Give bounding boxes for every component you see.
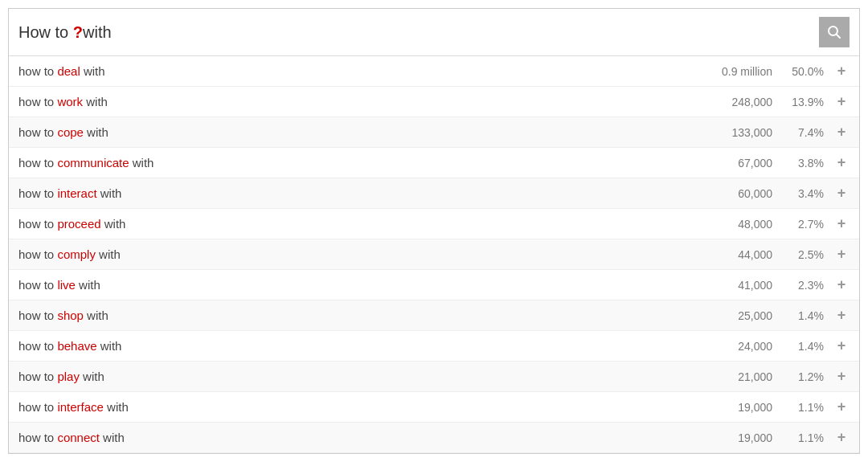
keyword: comply (57, 247, 96, 261)
keyword: interface (57, 400, 104, 414)
result-percent: 1.1% (785, 401, 833, 414)
result-percent: 2.5% (785, 248, 833, 261)
table-row: how to connect with19,0001.1%+ (9, 423, 859, 453)
result-count: 24,000 (689, 340, 785, 353)
result-percent: 50.0% (785, 65, 833, 78)
table-row: how to deal with0.9 million50.0%+ (9, 56, 859, 87)
keyword: interact (57, 186, 96, 200)
result-text: how to deal with (18, 64, 689, 78)
result-text: how to communicate with (18, 156, 689, 170)
result-count: 0.9 million (689, 65, 785, 78)
add-button[interactable]: + (833, 429, 850, 446)
result-text: how to live with (18, 278, 689, 292)
result-count: 44,000 (689, 248, 785, 261)
search-button[interactable] (819, 17, 850, 47)
add-button[interactable]: + (833, 185, 850, 202)
keyword: communicate (57, 156, 129, 170)
add-button[interactable]: + (833, 337, 850, 354)
add-button[interactable]: + (833, 368, 850, 385)
search-icon (827, 25, 841, 39)
add-button[interactable]: + (833, 124, 850, 141)
result-percent: 2.7% (785, 218, 833, 231)
keyword: shop (57, 309, 84, 322)
table-row: how to interact with60,0003.4%+ (9, 178, 859, 209)
result-percent: 1.4% (785, 309, 833, 322)
keyword: play (57, 370, 80, 383)
result-percent: 1.2% (785, 370, 833, 383)
keyword: connect (57, 431, 100, 444)
keyword: live (57, 278, 76, 292)
add-button[interactable]: + (833, 154, 850, 171)
result-text: how to cope with (18, 125, 689, 139)
add-button[interactable]: + (833, 215, 850, 232)
result-percent: 13.9% (785, 96, 833, 108)
header: How to ?with (9, 9, 859, 56)
result-percent: 7.4% (785, 126, 833, 139)
add-button[interactable]: + (833, 93, 850, 110)
result-count: 21,000 (689, 370, 785, 383)
result-count: 19,000 (689, 431, 785, 444)
table-row: how to play with21,0001.2%+ (9, 362, 859, 392)
result-percent: 3.8% (785, 157, 833, 170)
result-text: how to comply with (18, 247, 689, 261)
search-title: How to ?with (18, 23, 112, 42)
result-count: 248,000 (689, 96, 785, 108)
keyword: work (57, 95, 83, 108)
result-text: how to connect with (18, 431, 689, 444)
add-button[interactable]: + (833, 276, 850, 293)
result-count: 25,000 (689, 309, 785, 322)
table-row: how to behave with24,0001.4%+ (9, 331, 859, 362)
results-list: how to deal with0.9 million50.0%+how to … (9, 56, 859, 453)
table-row: how to interface with19,0001.1%+ (9, 392, 859, 423)
keyword: proceed (57, 217, 100, 231)
result-percent: 2.3% (785, 279, 833, 292)
main-container: How to ?with how to deal with0.9 million… (8, 8, 860, 454)
table-row: how to cope with133,0007.4%+ (9, 117, 859, 148)
result-text: how to interact with (18, 186, 689, 200)
result-text: how to work with (18, 95, 689, 108)
table-row: how to shop with25,0001.4%+ (9, 300, 859, 331)
table-row: how to live with41,0002.3%+ (9, 270, 859, 300)
add-button[interactable]: + (833, 398, 850, 415)
result-count: 19,000 (689, 401, 785, 414)
result-count: 133,000 (689, 126, 785, 139)
result-text: how to interface with (18, 400, 689, 414)
result-text: how to proceed with (18, 217, 689, 231)
result-percent: 1.1% (785, 431, 833, 444)
table-row: how to comply with44,0002.5%+ (9, 239, 859, 270)
add-button[interactable]: + (833, 63, 850, 80)
table-row: how to communicate with67,0003.8%+ (9, 148, 859, 178)
result-percent: 3.4% (785, 187, 833, 200)
result-text: how to play with (18, 370, 689, 383)
result-count: 41,000 (689, 279, 785, 292)
result-percent: 1.4% (785, 340, 833, 353)
result-text: how to behave with (18, 339, 689, 353)
table-row: how to proceed with48,0002.7%+ (9, 209, 859, 239)
result-count: 48,000 (689, 218, 785, 231)
result-count: 60,000 (689, 187, 785, 200)
add-button[interactable]: + (833, 246, 850, 263)
result-count: 67,000 (689, 157, 785, 170)
result-text: how to shop with (18, 309, 689, 322)
query-mark: ? (73, 23, 83, 41)
table-row: how to work with248,00013.9%+ (9, 87, 859, 117)
header-icons (806, 17, 850, 47)
keyword: deal (57, 64, 80, 78)
svg-line-1 (837, 35, 841, 39)
keyword: behave (57, 339, 96, 353)
keyword: cope (57, 125, 84, 139)
add-button[interactable]: + (833, 307, 850, 324)
